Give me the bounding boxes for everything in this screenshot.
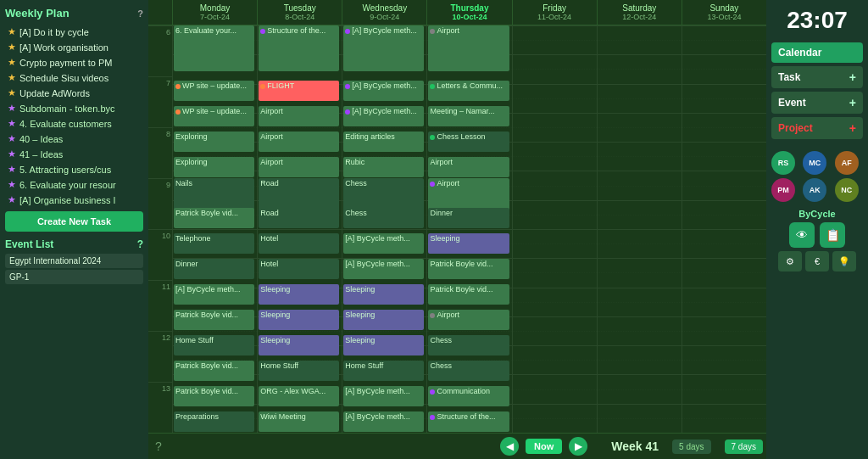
day-slot[interactable] <box>682 331 766 345</box>
day-slot[interactable] <box>513 69 597 83</box>
prev-button[interactable]: ◀ <box>500 437 519 456</box>
create-task-button[interactable]: Create New Task <box>5 211 143 232</box>
avatar-mc[interactable]: MC <box>803 151 826 175</box>
day-header-sunday[interactable]: Sunday 13-Oct-24 <box>682 0 766 25</box>
day-slot[interactable] <box>682 345 766 360</box>
day-slot[interactable] <box>513 345 597 360</box>
day-slot[interactable] <box>598 54 682 69</box>
day-slot[interactable] <box>682 69 766 83</box>
starred-item-1[interactable]: ★ [A] Do it by cycle <box>5 25 143 39</box>
day-slot[interactable] <box>682 258 766 272</box>
day-slot[interactable] <box>598 288 682 302</box>
calendar-event[interactable]: Chess <box>343 208 424 228</box>
day-header-monday[interactable]: Monday 7-Oct-24 <box>172 0 257 25</box>
calendar-event[interactable]: Exploring <box>174 157 254 177</box>
day-slot[interactable] <box>513 374 597 389</box>
calendar-event[interactable]: Airport <box>428 25 509 71</box>
avatar-nc[interactable]: NC <box>835 178 859 202</box>
day-slot[interactable] <box>598 84 682 98</box>
day-slot[interactable] <box>682 229 766 243</box>
calendar-event[interactable]: Dinner <box>174 259 254 279</box>
calendar-event[interactable]: Airport <box>259 157 339 177</box>
day-slot[interactable] <box>598 404 682 418</box>
next-button[interactable]: ▶ <box>569 437 587 456</box>
calendar-event[interactable]: FLIGHT <box>259 81 339 101</box>
day-slot[interactable] <box>598 389 682 404</box>
event-button[interactable]: Event + <box>771 92 863 114</box>
day-slot[interactable] <box>513 200 597 215</box>
bycycle-bulb-icon[interactable]: 💡 <box>832 251 856 271</box>
calendar-event[interactable]: Patrick Boyle vid... <box>428 284 509 305</box>
day-slot[interactable] <box>598 40 682 54</box>
calendar-event[interactable]: Sleeping <box>428 233 509 254</box>
starred-item-2[interactable]: ★ [A] Work organisation <box>5 40 143 54</box>
calendar-event[interactable]: Patrick Boyle vid... <box>174 208 254 228</box>
day-slot[interactable] <box>598 331 682 345</box>
day-slot[interactable] <box>513 215 597 229</box>
day-slot[interactable] <box>682 215 766 229</box>
calendar-event[interactable]: Home Stuff <box>259 361 339 381</box>
bycycle-list-icon[interactable]: 📋 <box>820 222 845 248</box>
day-slot[interactable] <box>513 156 597 171</box>
calendar-event[interactable]: Meeting – Namar... <box>428 106 509 126</box>
day-slot[interactable] <box>682 200 766 215</box>
project-item-6[interactable]: ★ 6. Evaluate your resour <box>5 177 143 192</box>
day-slot[interactable] <box>682 84 766 98</box>
project-item-2[interactable]: ★ 4. Evaluate customers <box>5 116 143 131</box>
day-slot[interactable] <box>598 215 682 229</box>
calendar-event[interactable]: Sleeping <box>259 310 339 330</box>
calendar-event[interactable]: Airport <box>259 106 339 126</box>
calendar-event[interactable]: Airport <box>259 132 339 152</box>
day-slot[interactable] <box>598 200 682 215</box>
calendar-event[interactable]: Chess <box>428 335 509 355</box>
starred-item-5[interactable]: ★ Update AdWords <box>5 86 143 100</box>
calendar-event[interactable]: Preparations <box>174 411 254 432</box>
calendar-event[interactable]: Chess Lesson <box>428 132 509 152</box>
day-slot[interactable] <box>598 25 682 40</box>
day-slot[interactable] <box>513 54 597 69</box>
calendar-event[interactable]: Structure of the... <box>428 411 509 432</box>
day-slot[interactable] <box>682 389 766 404</box>
calendar-event[interactable]: [A] ByCycle meth... <box>343 259 424 279</box>
calendar-event[interactable]: Patrick Boyle vid... <box>174 361 254 381</box>
calendar-event[interactable]: Airport <box>428 310 509 330</box>
avatar-af[interactable]: AF <box>835 151 859 175</box>
calendar-event[interactable]: ORG - Alex WGA... <box>259 386 339 406</box>
calendar-event[interactable]: [A] ByCycle meth... <box>174 284 254 305</box>
day-slot[interactable] <box>513 360 597 374</box>
day-slot[interactable] <box>598 374 682 389</box>
day-slot[interactable] <box>598 418 682 433</box>
project-item-5[interactable]: ★ 5. Attracting users/cus <box>5 162 143 176</box>
day-slot[interactable] <box>513 272 597 287</box>
day-header-saturday[interactable]: Saturday 12-Oct-24 <box>597 0 682 25</box>
day-slot[interactable] <box>513 127 597 142</box>
calendar-event[interactable]: [A] ByCycle meth... <box>343 81 424 101</box>
day-slot[interactable] <box>513 84 597 98</box>
day-slot[interactable] <box>598 360 682 374</box>
calendar-event[interactable]: WP site – update... <box>174 81 254 101</box>
now-button[interactable]: Now <box>526 439 562 454</box>
project-item-3[interactable]: ★ 40 – Ideas <box>5 132 143 146</box>
day-slot[interactable] <box>513 113 597 127</box>
day-slot[interactable] <box>682 288 766 302</box>
footer-question[interactable]: ? <box>155 439 162 453</box>
avatar-pm[interactable]: PM <box>771 178 795 202</box>
day-slot[interactable] <box>598 69 682 83</box>
day-slot[interactable] <box>682 54 766 69</box>
day-slot[interactable] <box>513 40 597 54</box>
calendar-event[interactable]: Rubic <box>343 157 424 177</box>
day-slot[interactable] <box>513 331 597 345</box>
project-item-1[interactable]: ★ Subdomain - token.byc <box>5 101 143 115</box>
day-slot[interactable] <box>682 142 766 156</box>
calendar-event[interactable]: [A] ByCycle meth... <box>343 106 424 126</box>
day-slot[interactable] <box>513 302 597 316</box>
calendar-event[interactable]: Hotel <box>259 259 339 279</box>
calendar-event[interactable]: Patrick Boyle vid... <box>428 259 509 279</box>
calendar-event[interactable]: [A] ByCycle meth... <box>343 386 424 406</box>
calendar-event[interactable]: Exploring <box>174 132 254 152</box>
calendar-event[interactable]: [A] ByCycle meth... <box>343 233 424 254</box>
calendar-event[interactable]: Communication <box>428 386 509 406</box>
calendar-event[interactable]: Chess <box>428 361 509 381</box>
day-slot[interactable] <box>513 404 597 418</box>
day-slot[interactable] <box>513 418 597 433</box>
